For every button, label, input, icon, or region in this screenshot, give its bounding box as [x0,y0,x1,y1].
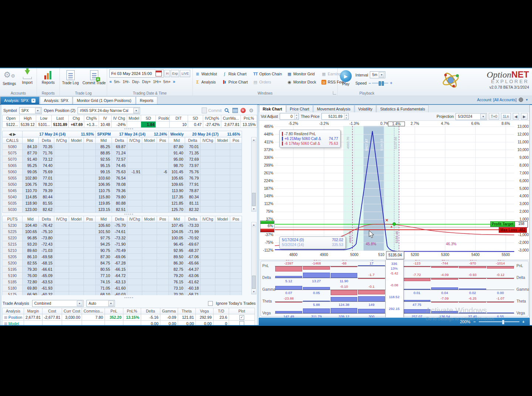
chain-cell[interactable]: -60.32 [39,291,54,296]
chain-cell[interactable] [54,241,69,248]
search-icon[interactable] [224,107,230,113]
calls-scrollbar[interactable]: ▲ ▼ [251,137,256,212]
chain-cell[interactable]: 70.01 [185,144,201,150]
chain-cell[interactable] [157,175,169,181]
t0-button[interactable]: T+0 [489,113,499,120]
chain-cell[interactable] [230,241,242,248]
chain-cell[interactable]: 80.88 [112,200,127,206]
chain-cell[interactable]: 93.20 [23,241,39,248]
chain-cell[interactable] [215,291,230,296]
chain-cell[interactable]: 82.75 [169,266,185,273]
chain-cell[interactable] [69,175,84,181]
chain-cell[interactable] [201,279,215,285]
chain-cell[interactable] [84,156,96,163]
trade-header[interactable]: Theta [178,308,195,314]
chain-cell[interactable]: 79.30 [23,266,39,273]
chain-cell[interactable] [54,169,69,175]
chain-column-header[interactable]: Delta [185,137,201,144]
chain-cell[interactable] [230,260,242,266]
chain-cell[interactable]: 69.80 [23,285,39,291]
zoom-out-icon[interactable]: − [473,320,475,324]
chain-cell[interactable] [157,222,169,229]
chain-cell[interactable] [215,194,230,200]
chain-cell[interactable] [127,229,142,235]
trade-header[interactable]: Cost [42,308,62,314]
chain-row[interactable]: 518069.80-61.9371.05-61.6073.10-60.18 [3,285,242,291]
chain-cell[interactable] [84,175,96,181]
trade-header[interactable]: PnL [105,308,123,314]
tab-movement-analysis[interactable]: Movement Analysis [313,105,354,112]
chain-cell[interactable] [157,181,169,188]
chain-cell[interactable]: -69.67 [185,241,201,248]
chain-cell[interactable]: 69.87 [112,144,127,150]
strike-cell[interactable]: 5215 [3,241,23,248]
chain-cell[interactable]: 119.85 [96,200,112,206]
chain-row[interactable]: 507091.4073.1292.5572.5795.0072.69 [3,156,242,163]
chain-cell[interactable] [142,188,157,194]
trading-datetime-field[interactable]: Fri 03 May 2024 15:00 [109,69,164,78]
chain-cell[interactable]: -6 [157,169,169,175]
chain-cell[interactable] [84,163,96,169]
chain-cell[interactable] [157,150,169,156]
trade-header[interactable]: Analysis [3,308,24,314]
chain-column-header[interactable]: Pos [84,216,96,222]
chain-cell[interactable] [201,206,215,213]
chain-row[interactable]: 521593.20-72.4394.25-71.9096.45-69.67 [3,241,242,248]
chain-cell[interactable] [142,169,157,175]
chain-cell[interactable] [84,222,96,229]
symbol-select[interactable]: SPX▼ [19,107,42,114]
strike-cell[interactable]: 5205 [3,254,23,260]
chain-cell[interactable]: -63.53 [39,279,54,285]
chain-cell[interactable]: 86.10 [23,254,39,260]
chain-cell[interactable]: 92.95 [169,248,185,254]
theo-price-spinner[interactable]: 5131.89▲▼ [321,113,349,120]
chain-cell[interactable]: 104.40 [23,222,39,229]
chain-cell[interactable] [142,291,157,296]
chain-cell[interactable]: 107.45 [169,222,185,229]
chain-cell[interactable]: 114.85 [23,194,39,200]
chain-cell[interactable]: -71.90 [112,241,127,248]
chain-cell[interactable]: 81.11 [185,200,201,206]
chain-cell[interactable]: -61.60 [112,285,127,291]
chain-cell[interactable] [201,254,215,260]
trade-header[interactable]: Vega [195,308,213,314]
chain-cell[interactable] [54,279,69,285]
chain-cell[interactable] [127,241,142,248]
chain-cell[interactable]: 68.10 [96,291,112,296]
chain-row[interactable]: 520082.55-68.1584.75-67.2886.30-65.66 [3,260,242,266]
chain-cell[interactable]: 87.30 [96,254,112,260]
monitor-dock-button[interactable]: ◉Monitor Dock [287,78,316,86]
chain-cell[interactable]: -73.80 [39,235,54,241]
chain-cell[interactable]: 84.75 [96,260,112,266]
ignore-todays-trades-checkbox[interactable] [208,301,213,306]
strike-cell[interactable]: 5040 [3,194,23,200]
chain-column-header[interactable]: Delta [185,216,201,222]
chain-cell[interactable]: -60.03 [112,291,127,296]
trade-log-button[interactable]: Trade Log [62,69,79,85]
chain-column-header[interactable]: IVChg [54,216,69,222]
chain-group-header-2[interactable]: SPXPM17 May 24 (14)12.24% [96,131,169,137]
chain-cell[interactable] [142,260,157,266]
chain-column-header[interactable]: Model [69,216,84,222]
chain-cell[interactable]: -67.28 [112,260,127,266]
chain-cell[interactable] [230,150,242,156]
chain-row[interactable]: 508084.1070.3585.2569.8787.8070.01 [3,144,242,150]
chain-cell[interactable] [142,248,157,254]
chain-column-header[interactable]: IVChg [54,137,69,144]
chain-column-header[interactable]: Delta [39,216,54,222]
chain-cell[interactable] [215,150,230,156]
trade-analysis-mode-select[interactable]: Combined▼ [32,300,83,307]
chain-cell[interactable]: -1.91 [127,169,142,175]
chain-cell[interactable]: 74.15 [96,279,112,285]
projection-select[interactable]: 5/3/2024▼ [456,113,487,120]
chain-cell[interactable] [127,181,142,188]
chain-cell[interactable]: 89.50 [169,254,185,260]
chain-cell[interactable]: -66.61 [39,266,54,273]
chain-cell[interactable] [84,194,96,200]
chain-cell[interactable] [157,188,169,194]
chain-cell[interactable]: 109.65 [169,181,185,188]
chain-column-header[interactable]: Model [142,137,157,144]
strike-cell[interactable]: 5185 [3,279,23,285]
next-projection-icon[interactable]: ▶ [521,113,528,120]
nav-day-minus[interactable]: Day- [132,80,140,84]
